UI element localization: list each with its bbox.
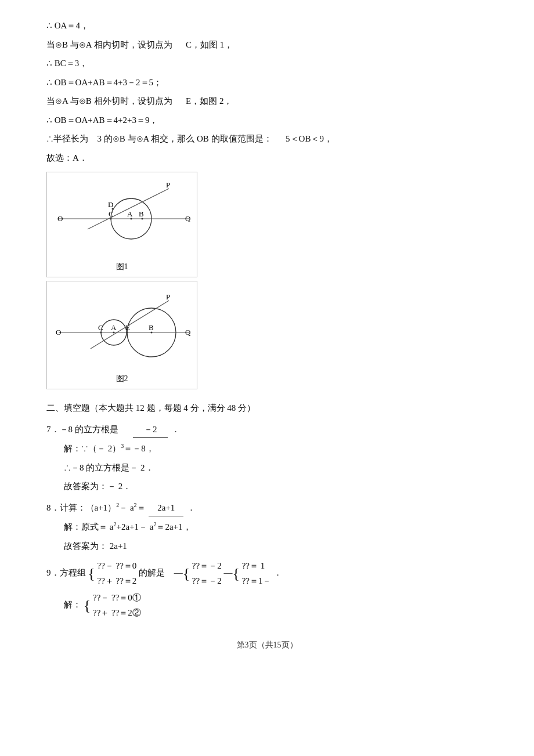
- line-ob1: ∴ OB＝OA+AB＝4+3－2＝5；: [46, 74, 488, 91]
- svg-text:B: B: [149, 323, 154, 332]
- question-8: 8．计算：（a+1）2－ a2＝ 2a+1 ．: [46, 500, 488, 517]
- line-ob2: ∴ OB＝OA+AB＝4+2+3＝9，: [46, 112, 488, 129]
- figure-1: O Q C A B D P 图1: [46, 172, 197, 277]
- figures-container: O Q C A B D P 图1: [46, 172, 488, 393]
- svg-text:Q: Q: [185, 214, 191, 223]
- page-number: 第3页（共15页）: [46, 638, 488, 653]
- svg-line-12: [88, 189, 169, 229]
- line-external-tangent: 当⊙A 与⊙B 相外切时，设切点为 E，如图 2，: [46, 93, 488, 110]
- fig2-label: 图2: [53, 371, 191, 387]
- section-title: 二、填空题（本大题共 12 题，每题 4 分，满分 48 分）: [46, 400, 488, 417]
- line-bc: ∴ BC＝3，: [46, 55, 488, 72]
- svg-point-26: [151, 332, 153, 334]
- q8-answer: 2a+1: [149, 500, 183, 517]
- svg-point-11: [112, 208, 114, 210]
- svg-text:P: P: [166, 180, 170, 189]
- svg-text:P: P: [166, 292, 170, 301]
- question-9: 9．方程组 { ??－ ??＝0 ??＋ ??＝2 的解是 —{ ??＝－2 ?…: [46, 559, 488, 588]
- svg-text:B: B: [139, 209, 144, 218]
- q7-answer: －2: [133, 421, 168, 439]
- q7-solution-2: ∴－8 的立方根是－ 2．: [64, 460, 488, 476]
- line-range: ∴半径长为 3 的⊙B 与⊙A 相交，那么 OB 的取值范围是： 5＜OB＜9，: [46, 131, 488, 147]
- figure-1-svg: O Q C A B D P: [53, 177, 192, 252]
- question-7: 7．－8 的立方根是 －2 ．: [46, 421, 488, 439]
- q9-solution: 解： { ??－ ??＝0① ??＋ ??＝2②: [64, 591, 488, 620]
- svg-text:D: D: [108, 200, 113, 209]
- main-content: ∴ OA＝4， 当⊙B 与⊙A 相内切时，设切点为 C，如图 1， ∴ BC＝3…: [46, 17, 488, 620]
- svg-point-9: [142, 218, 143, 220]
- figure-2: O Q C A E B P 图2: [46, 281, 197, 389]
- svg-point-24: [127, 332, 128, 334]
- line-answer: 故选：A．: [46, 150, 488, 167]
- svg-text:O: O: [57, 214, 63, 223]
- svg-text:Q: Q: [185, 328, 191, 337]
- svg-point-20: [100, 332, 102, 334]
- q7-solution-3: 故答案为：－ 2．: [64, 478, 488, 495]
- q8-solution-2: 故答案为： 2a+1: [64, 538, 488, 555]
- figure-2-svg: O Q C A E B P: [53, 286, 192, 364]
- line-internal-tangent: 当⊙B 与⊙A 相内切时，设切点为 C，如图 1，: [46, 37, 488, 53]
- fig1-label: 图1: [53, 259, 191, 275]
- q8-solution-1: 解：原式＝ a2+2a+1－ a2＝2a+1，: [64, 519, 488, 536]
- svg-text:A: A: [111, 323, 117, 332]
- svg-text:C: C: [98, 323, 103, 332]
- svg-point-7: [131, 218, 132, 220]
- svg-text:O: O: [56, 328, 61, 337]
- svg-point-22: [113, 332, 115, 334]
- line-oa: ∴ OA＝4，: [46, 17, 488, 34]
- svg-text:A: A: [127, 209, 133, 218]
- q7-solution-1: 解：∵（－ 2）3＝－8，: [64, 440, 488, 457]
